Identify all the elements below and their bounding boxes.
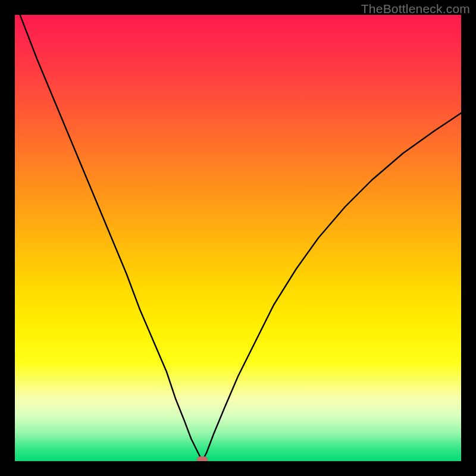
bottleneck-curve (15, 15, 461, 461)
watermark-text: TheBottleneck.com (361, 2, 470, 16)
optimum-marker (197, 456, 208, 461)
plot-area (15, 15, 461, 461)
chart-stage: TheBottleneck.com (0, 0, 476, 476)
